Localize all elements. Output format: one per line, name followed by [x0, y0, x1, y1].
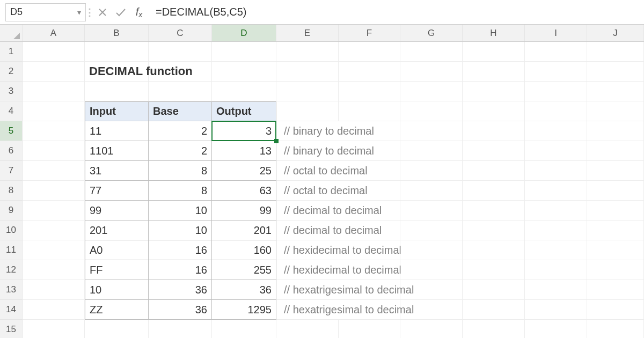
cell-F15[interactable]	[339, 320, 400, 338]
cell-J4[interactable]	[587, 101, 644, 121]
cell-G8[interactable]	[400, 181, 463, 201]
column-header-J[interactable]: J	[587, 25, 644, 41]
cell-base[interactable]: 10	[149, 201, 212, 221]
cell-output[interactable]: 201	[212, 221, 276, 240]
column-header-C[interactable]: C	[149, 25, 212, 41]
insert-function-button[interactable]: fx	[130, 3, 148, 21]
column-header-F[interactable]: F	[339, 25, 400, 41]
cell-F14[interactable]	[339, 300, 400, 320]
cell-G2[interactable]	[400, 62, 463, 82]
column-header-G[interactable]: G	[400, 25, 463, 41]
cell-G10[interactable]	[400, 221, 463, 240]
cell-J11[interactable]	[587, 240, 644, 260]
row-header-7[interactable]: 7	[0, 161, 23, 181]
cell-F8[interactable]	[339, 181, 400, 201]
cell-H15[interactable]	[463, 320, 525, 338]
cell-base[interactable]: 16	[149, 240, 212, 260]
cell-E2[interactable]	[276, 62, 339, 82]
row-header-2[interactable]: 2	[0, 62, 23, 82]
cell-output[interactable]: 99	[212, 201, 276, 221]
cell-comment[interactable]: // decimal to decimal	[276, 221, 339, 240]
cell-G11[interactable]	[400, 240, 463, 260]
cell-I7[interactable]	[525, 161, 587, 181]
cell-H8[interactable]	[463, 181, 525, 201]
cell-H6[interactable]	[463, 141, 525, 161]
row-header-13[interactable]: 13	[0, 280, 23, 300]
cell-base[interactable]: 2	[149, 121, 212, 141]
cell-H3[interactable]	[463, 82, 525, 101]
column-header-A[interactable]: A	[23, 25, 85, 41]
cell-H5[interactable]	[463, 121, 525, 141]
cell-I2[interactable]	[525, 62, 587, 82]
cell-output[interactable]: 1295	[212, 300, 276, 320]
row-header-11[interactable]: 11	[0, 240, 23, 260]
cell-input[interactable]: 31	[85, 161, 149, 181]
cell-E1[interactable]	[276, 42, 339, 62]
cell-A3[interactable]	[23, 82, 85, 101]
cell-base[interactable]: 16	[149, 260, 212, 280]
cell-H10[interactable]	[463, 221, 525, 240]
cell-input[interactable]: ZZ	[85, 300, 149, 320]
cell-H14[interactable]	[463, 300, 525, 320]
cell-comment[interactable]: // decimal to decimal	[276, 201, 339, 221]
cell-input[interactable]: 201	[85, 221, 149, 240]
cell-output[interactable]: 3	[212, 121, 276, 141]
cell-F9[interactable]	[339, 201, 400, 221]
cell-H11[interactable]	[463, 240, 525, 260]
cell-G9[interactable]	[400, 201, 463, 221]
cell-output[interactable]: 13	[212, 141, 276, 161]
cell-input[interactable]: 77	[85, 181, 149, 201]
cell-A6[interactable]	[23, 141, 85, 161]
cell-input[interactable]: 99	[85, 201, 149, 221]
cell-input[interactable]: 10	[85, 280, 149, 300]
cell-I13[interactable]	[525, 280, 587, 300]
cell-G6[interactable]	[400, 141, 463, 161]
cell-E3[interactable]	[276, 82, 339, 101]
cell-output[interactable]: 160	[212, 240, 276, 260]
cell-J15[interactable]	[587, 320, 644, 338]
cell-A13[interactable]	[23, 280, 85, 300]
cell-comment[interactable]: // hexatrigesimal to decimal	[276, 280, 339, 300]
row-header-5[interactable]: 5	[0, 121, 23, 141]
cell-H12[interactable]	[463, 260, 525, 280]
cell-comment[interactable]: // hexidecimal to decimal	[276, 240, 339, 260]
cell-H7[interactable]	[463, 161, 525, 181]
cell-comment[interactable]: // binary to decimal	[276, 141, 339, 161]
cell-E4[interactable]	[276, 101, 339, 121]
column-header-I[interactable]: I	[525, 25, 587, 41]
column-header-B[interactable]: B	[85, 25, 149, 41]
cell-J3[interactable]	[587, 82, 644, 101]
cell-input[interactable]: FF	[85, 260, 149, 280]
header-input[interactable]: Input	[85, 101, 149, 121]
cell-J12[interactable]	[587, 260, 644, 280]
cell-F6[interactable]	[339, 141, 400, 161]
cell-A2[interactable]	[23, 62, 85, 82]
cell-D15[interactable]	[212, 320, 276, 338]
cell-I5[interactable]	[525, 121, 587, 141]
cell-A10[interactable]	[23, 221, 85, 240]
cell-I8[interactable]	[525, 181, 587, 201]
cell-C2[interactable]	[149, 62, 212, 82]
cell-I4[interactable]	[525, 101, 587, 121]
cell-F4[interactable]	[339, 101, 400, 121]
cell-G3[interactable]	[400, 82, 463, 101]
cell-D1[interactable]	[212, 42, 276, 62]
cell-H13[interactable]	[463, 280, 525, 300]
cell-H9[interactable]	[463, 201, 525, 221]
cell-A14[interactable]	[23, 300, 85, 320]
row-header-4[interactable]: 4	[0, 101, 23, 121]
cell-comment[interactable]: // binary to decimal	[276, 121, 339, 141]
cell-input[interactable]: 11	[85, 121, 149, 141]
cell-D3[interactable]	[212, 82, 276, 101]
cell-output[interactable]: 63	[212, 181, 276, 201]
cell-I12[interactable]	[525, 260, 587, 280]
cell-B1[interactable]	[85, 42, 149, 62]
cell-C3[interactable]	[149, 82, 212, 101]
cell-base[interactable]: 36	[149, 300, 212, 320]
cell-G12[interactable]	[400, 260, 463, 280]
cell-base[interactable]: 8	[149, 161, 212, 181]
cell-J1[interactable]	[587, 42, 644, 62]
cell-B15[interactable]	[85, 320, 149, 338]
cell-C15[interactable]	[149, 320, 212, 338]
cell-C1[interactable]	[149, 42, 212, 62]
